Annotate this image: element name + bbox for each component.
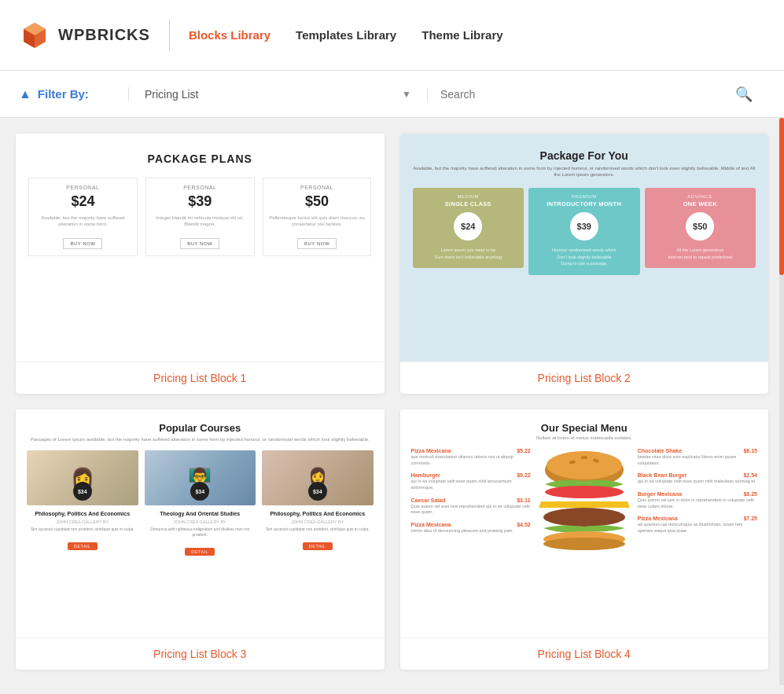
- course-title-2: Philosophy, Politics And Economics: [262, 510, 374, 517]
- menu-right-name-3: Pizza Mexicana: [638, 516, 678, 521]
- menu-right-name-0: Chocolate Shake: [638, 448, 682, 453]
- course-item-0: 👩 $34 Philosophy, Politics And Economics…: [27, 450, 138, 556]
- menu-left-price-2: $3.11: [517, 498, 531, 503]
- filter-bar: ▲ Filter By: Pricing List ▼ 🔍: [0, 71, 784, 118]
- menu-item-left-3: Pizza Mexicana $4.52 minim idea of denou…: [411, 522, 531, 534]
- menu-left-desc-0: que nostrud exercitation ullamco laboris…: [411, 454, 531, 466]
- nav-templates-library[interactable]: Templates Library: [296, 28, 396, 42]
- menu-right-name-1: Black Bean Burger: [638, 472, 687, 478]
- chevron-down-icon: ▼: [402, 89, 411, 100]
- scrollbar[interactable]: [779, 118, 784, 685]
- logo-icon: [19, 20, 50, 51]
- menu-left-price-3: $4.52: [517, 522, 531, 527]
- block-preview-2[interactable]: Package For You Available, but the major…: [400, 134, 769, 362]
- block2-subtitle: Available, but the majority have suffere…: [413, 165, 756, 178]
- plan-col-0: PERSONAL $24 Available, but the majority…: [28, 178, 138, 256]
- course-author-0: JOHN CREA GALLERY BY: [27, 520, 138, 524]
- scrollbar-thumb: [779, 118, 784, 275]
- detail-btn-1[interactable]: DETAIL: [185, 548, 215, 556]
- blocks-grid: PACKAGE PLANS PERSONAL $24 Available, bu…: [0, 118, 784, 685]
- course-img-0: 👩 $34: [27, 450, 138, 505]
- block-card-3: Popular Courses Passages of Lorem ipsum …: [16, 409, 385, 670]
- menu-right-price-3: $7.25: [743, 516, 757, 521]
- header: WPBRICKS Blocks Library Templates Librar…: [0, 0, 784, 71]
- buy-btn-0[interactable]: BUY NOW: [63, 238, 102, 249]
- menu-left-name-1: Hamburger: [411, 472, 440, 478]
- filter-label-area: ▲ Filter By:: [19, 87, 129, 101]
- block-preview-3[interactable]: Popular Courses Passages of Lorem ipsum …: [16, 409, 385, 637]
- logo-text: WPBRICKS: [58, 26, 150, 44]
- plan-desc-1: Integer blandit mi vehicula tristique el…: [149, 215, 251, 228]
- pkg-features-2: All the Lorem generatorsInternet tend to…: [650, 247, 752, 261]
- menu-item-left-0: Pizza Mexicana $5.22 que nostrud exercit…: [411, 448, 531, 466]
- pkg-name-2: ONE WEEK: [650, 200, 752, 207]
- block4-subtitle: Nullam at lorem et metus malesuada sodal…: [411, 435, 758, 440]
- pkg-price-0: $24: [454, 212, 482, 241]
- menu-col-right: Chocolate Shake $8.15 beatae vitae dicta…: [638, 448, 757, 541]
- buy-btn-1[interactable]: BUY NOW: [180, 238, 219, 249]
- courses-row: 👩 $34 Philosophy, Politics And Economics…: [27, 450, 374, 556]
- pkg-tier-0: MEDIUM: [418, 194, 520, 199]
- plan-price-0: $24: [32, 193, 134, 210]
- plan-type-1: PERSONAL: [149, 185, 251, 190]
- course-title-1: Theology And Oriental Studies: [145, 510, 256, 517]
- menu-right-desc-2: Quis autom vel iure in dolor in reprehen…: [638, 498, 757, 509]
- course-badge-0: $34: [73, 482, 92, 501]
- pkg-price-1: $39: [570, 212, 598, 241]
- menu-item-left-2: Caesar Salad $3.11 Quis autom vel eum iu…: [411, 498, 531, 516]
- block-preview-4[interactable]: Our Special Menu Nullam at lorem et metu…: [400, 409, 769, 637]
- block-card-1: PACKAGE PLANS PERSONAL $24 Available, bu…: [16, 134, 385, 394]
- course-badge-1: $34: [190, 482, 209, 501]
- detail-btn-0[interactable]: DETAIL: [68, 542, 98, 550]
- course-desc-2: Sint accessit cupidatat non proident, si…: [262, 527, 374, 532]
- block2-title: Package For You: [413, 149, 756, 162]
- plan-desc-0: Available, but the majority have suffere…: [32, 215, 134, 228]
- block3-label: Pricing List Block 3: [16, 637, 385, 670]
- pkg-tier-2: ADVANCE: [650, 194, 752, 199]
- menu-right-name-2: Burger Mexicana: [638, 491, 682, 497]
- block4-label: Pricing List Block 4: [400, 637, 769, 670]
- main-nav: Blocks Library Templates Library Theme L…: [189, 28, 503, 42]
- block-card-2: Package For You Available, but the major…: [400, 134, 769, 394]
- pkg-col-0: MEDIUM SINGLE CLASS $24 Lorem ipsum you …: [413, 188, 525, 269]
- search-input[interactable]: [440, 88, 735, 101]
- menu-right-desc-0: beatae vitae dicta sunt explicabo Nemo e…: [638, 454, 757, 466]
- course-item-1: 👨‍🏫 $34 Theology And Oriental Studies JO…: [145, 450, 256, 556]
- menu-right-price-2: $8.25: [743, 491, 757, 497]
- course-title-0: Philosophy, Politics And Economics: [27, 510, 138, 517]
- menu-right-price-0: $8.15: [743, 448, 757, 453]
- filter-select[interactable]: Pricing List ▼: [129, 88, 428, 101]
- block1-label: Pricing List Block 1: [16, 362, 385, 394]
- menu-center-image: [537, 448, 631, 593]
- buy-btn-2[interactable]: BUY NOW: [297, 238, 337, 249]
- menu-item-right-1: Black Bean Burger $2.54 qui in ea volupt…: [638, 472, 757, 485]
- nav-theme-library[interactable]: Theme Library: [421, 28, 502, 42]
- content-wrapper: PACKAGE PLANS PERSONAL $24 Available, bu…: [0, 118, 784, 685]
- menu-item-left-1: Hamburger $9.22 qui in ea voluptate veli…: [411, 472, 531, 490]
- block2-label: Pricing List Block 2: [400, 362, 769, 394]
- search-icon[interactable]: 🔍: [735, 86, 753, 103]
- menu-left-name-3: Pizza Mexicana: [411, 522, 451, 527]
- pkg-name-0: SINGLE CLASS: [418, 200, 520, 207]
- menu-left-price-0: $5.22: [517, 448, 531, 453]
- block-preview-1[interactable]: PACKAGE PLANS PERSONAL $24 Available, bu…: [16, 134, 385, 362]
- menu-item-right-2: Burger Mexicana $8.25 Quis autom vel iur…: [638, 491, 757, 509]
- course-badge-2: $34: [308, 482, 327, 501]
- pkg-name-1: INTRODUCTORY MONTH: [533, 200, 635, 207]
- block4-title: Our Special Menu: [411, 422, 758, 434]
- course-desc-1: Denuncia with righteous indignation and …: [145, 527, 256, 538]
- filter-label: Filter By:: [38, 87, 89, 101]
- menu-right-price-1: $2.54: [743, 472, 757, 478]
- plan-type-0: PERSONAL: [32, 185, 134, 190]
- course-img-2: 👩‍💼 $34: [262, 450, 374, 505]
- course-img-1: 👨‍🏫 $34: [145, 450, 256, 505]
- menu-item-right-3: Pizza Mexicana $7.25 ad quantum iqe dolo…: [638, 516, 757, 534]
- menu-left-price-1: $9.22: [517, 472, 531, 478]
- logo-area: WPBRICKS: [19, 20, 170, 51]
- detail-btn-2[interactable]: DETAIL: [303, 542, 333, 550]
- search-area: 🔍: [428, 86, 765, 103]
- course-author-2: JOHN CREA GALLERY BY: [262, 520, 374, 524]
- menu-left-name-0: Pizza Mexicana: [411, 448, 451, 453]
- nav-blocks-library[interactable]: Blocks Library: [189, 28, 271, 42]
- pkg-col-1: PREMIUM INTRODUCTORY MONTH $39 Humour ra…: [528, 188, 640, 275]
